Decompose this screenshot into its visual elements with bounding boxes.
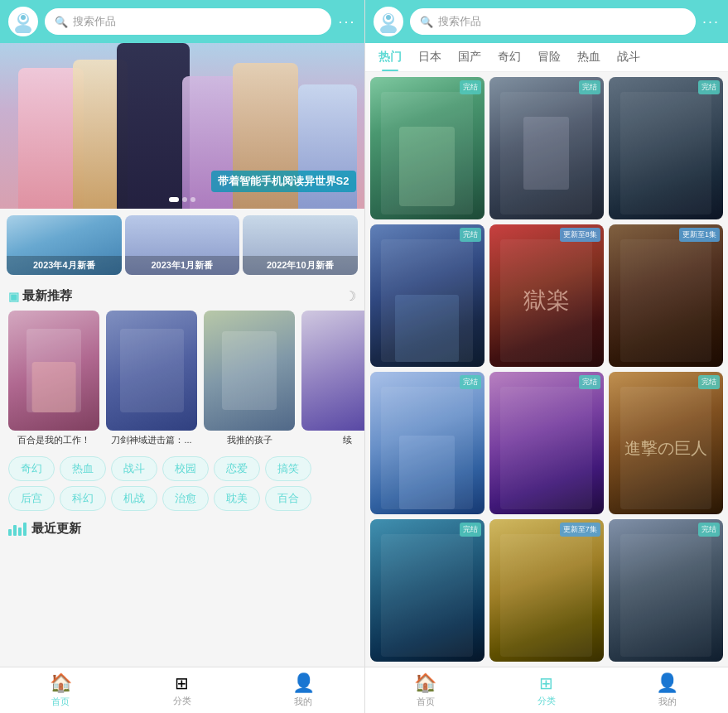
grid-badge-9: 完结 xyxy=(698,375,720,389)
grid-badge-4: 完结 xyxy=(460,228,481,242)
grid-badge-2: 完结 xyxy=(579,80,600,94)
grid-card-12[interactable]: 完结 xyxy=(609,519,723,662)
grid-card-2[interactable]: 完结 进击的巨人 xyxy=(489,77,604,219)
tag-danmei[interactable]: 耽美 xyxy=(214,486,260,511)
tab-action[interactable]: 热血 xyxy=(569,43,609,71)
recommend-card-1[interactable]: 百合是我的工作！ xyxy=(8,311,99,446)
tab-fantasy[interactable]: 奇幻 xyxy=(489,43,529,71)
tab-hot[interactable]: 热门 xyxy=(370,43,410,71)
tag-rexue[interactable]: 热血 xyxy=(60,456,106,481)
tag-hougong[interactable]: 后宫 xyxy=(8,486,55,511)
tag-gaoxiao[interactable]: 搞笑 xyxy=(265,456,311,481)
recent-header: 最近更新 xyxy=(0,514,364,540)
svg-point-7 xyxy=(386,15,391,20)
right-more-button[interactable]: ··· xyxy=(702,13,720,31)
grid-badge-12: 完结 xyxy=(698,523,720,537)
tab-adventure[interactable]: 冒险 xyxy=(529,43,569,71)
tag-qihuan[interactable]: 奇幻 xyxy=(8,456,55,481)
recommend-img-4 xyxy=(301,311,364,431)
right-home-icon: 🏠 xyxy=(414,672,436,694)
tag-grid: 奇幻 热血 战斗 校园 恋爱 搞笑 后宫 科幻 机战 治愈 耽美 百合 xyxy=(0,453,364,514)
recommend-img-2 xyxy=(106,311,197,431)
grid-img-3 xyxy=(609,77,723,219)
grid-card-5[interactable]: 獄楽 更新至8集 地狱乐 xyxy=(489,224,604,367)
tab-fight[interactable]: 战斗 xyxy=(609,43,648,71)
tag-zhiyu[interactable]: 治愈 xyxy=(162,486,209,511)
left-nav-category[interactable]: ⊞ 分类 xyxy=(122,667,243,713)
recent-title: 最近更新 xyxy=(31,521,81,537)
grid-card-11[interactable]: 更新至7集 xyxy=(489,519,604,662)
hero-dot-1[interactable] xyxy=(169,197,179,202)
left-category-icon: ⊞ xyxy=(175,673,189,693)
right-nav-category[interactable]: ⊞ 分类 xyxy=(486,667,607,713)
season-card-2[interactable]: 2023年1月新番 xyxy=(125,215,240,275)
tag-jizhan[interactable]: 机战 xyxy=(111,486,157,511)
left-mine-icon: 👤 xyxy=(292,672,315,694)
hero-dot-3[interactable] xyxy=(190,197,195,202)
grid-img-5: 獄楽 xyxy=(489,224,604,367)
grid-card-6[interactable]: 更新至1集 进击的巨人最终季... xyxy=(609,224,723,367)
tag-lian'ai[interactable]: 恋爱 xyxy=(214,456,260,481)
season-label-2: 2023年1月新番 xyxy=(125,256,240,275)
left-more-button[interactable]: ··· xyxy=(338,13,355,31)
bar-chart-icon xyxy=(8,523,27,536)
tag-baihe[interactable]: 百合 xyxy=(265,486,311,511)
season-label-3: 2022年10月新番 xyxy=(243,256,358,275)
grid-img-10 xyxy=(370,519,485,662)
tag-kexuan[interactable]: 科幻 xyxy=(60,486,106,511)
right-mine-icon: 👤 xyxy=(656,672,678,694)
season-card-1[interactable]: 2023年4月新番 xyxy=(7,215,122,275)
right-nav-home[interactable]: 🏠 首页 xyxy=(365,667,486,713)
right-search-bar[interactable]: 🔍 搜索作品 xyxy=(410,8,696,35)
recommend-card-4[interactable]: 续 xyxy=(301,311,364,446)
grid-badge-7: 完结 xyxy=(460,375,481,389)
grid-badge-5: 更新至8集 xyxy=(560,228,600,242)
left-mine-label: 我的 xyxy=(294,696,312,708)
right-nav-mine[interactable]: 👤 我的 xyxy=(607,667,728,713)
left-panel: 🔍 搜索作品 ··· 带着智能手机阅读异世界S2 xyxy=(0,0,364,713)
grid-card-1[interactable]: 完结 回复术士的重来人生 xyxy=(370,77,485,219)
right-category-icon: ⊞ xyxy=(539,673,553,693)
left-search-bar[interactable]: 🔍 搜索作品 xyxy=(45,8,331,35)
grid-img-11 xyxy=(489,519,604,662)
hero-dots xyxy=(169,197,195,202)
grid-badge-11: 更新至7集 xyxy=(560,523,600,537)
moon-icon[interactable]: ☽ xyxy=(345,288,356,304)
right-search-placeholder: 搜索作品 xyxy=(438,14,481,29)
grid-card-7[interactable]: 完结 刀剑神域 xyxy=(370,372,485,514)
left-nav-home[interactable]: 🏠 首页 xyxy=(0,667,122,713)
season-card-3[interactable]: 2022年10月新番 xyxy=(243,215,358,275)
left-bottom-nav: 🏠 首页 ⊞ 分类 👤 我的 xyxy=(0,667,364,713)
tab-domestic[interactable]: 国产 xyxy=(450,43,489,71)
left-avatar[interactable] xyxy=(8,7,38,36)
anime-grid: 完结 回复术士的重来人生 完结 进击的巨人 完结 进击的巨人最终季 xyxy=(365,72,729,667)
tag-xiaoyuan[interactable]: 校园 xyxy=(162,456,209,481)
svg-point-3 xyxy=(21,15,26,20)
recommend-header: ▣ 最新推荐 ☽ xyxy=(0,282,364,307)
grid-card-10[interactable]: 完结 xyxy=(370,519,485,662)
grid-card-9[interactable]: 進撃の巨人 完结 进击的巨人第二季 xyxy=(609,372,723,514)
hero-title: 带着智能手机阅读异世界S2 xyxy=(211,171,356,192)
hero-banner[interactable]: 带着智能手机阅读异世界S2 xyxy=(0,43,364,209)
right-header: 🔍 搜索作品 ··· xyxy=(365,0,729,43)
right-panel: 🔍 搜索作品 ··· 热门 日本 国产 奇幻 冒险 热血 战斗 完结 回复术士的… xyxy=(364,0,729,713)
grid-img-9: 進撃の巨人 xyxy=(609,372,723,514)
left-home-label: 首页 xyxy=(51,696,70,708)
left-header: 🔍 搜索作品 ··· xyxy=(0,0,364,43)
grid-card-4[interactable]: 完结 刀剑神域进击篇：无... xyxy=(370,224,485,367)
hero-dot-2[interactable] xyxy=(182,197,187,202)
grid-card-3[interactable]: 完结 进击的巨人最终季 xyxy=(609,77,723,219)
left-nav-mine[interactable]: 👤 我的 xyxy=(243,667,364,713)
search-icon: 🔍 xyxy=(55,16,68,28)
tag-zhandou[interactable]: 战斗 xyxy=(111,456,157,481)
season-label-1: 2023年4月新番 xyxy=(7,256,122,275)
grid-card-8[interactable]: 完结 想要成为影之实力... xyxy=(489,372,604,514)
right-avatar[interactable] xyxy=(374,7,403,36)
recommend-card-3[interactable]: 我推的孩子 xyxy=(204,311,295,446)
grid-badge-1: 完结 xyxy=(460,80,481,94)
grid-img-6 xyxy=(609,224,723,367)
tab-japan[interactable]: 日本 xyxy=(410,43,450,71)
recommend-card-2[interactable]: 刀剑神域进击篇：... xyxy=(106,311,197,446)
right-home-label: 首页 xyxy=(417,696,435,708)
recommend-scroll: 百合是我的工作！ 刀剑神域进击篇：... 我推的孩子 xyxy=(0,307,364,453)
